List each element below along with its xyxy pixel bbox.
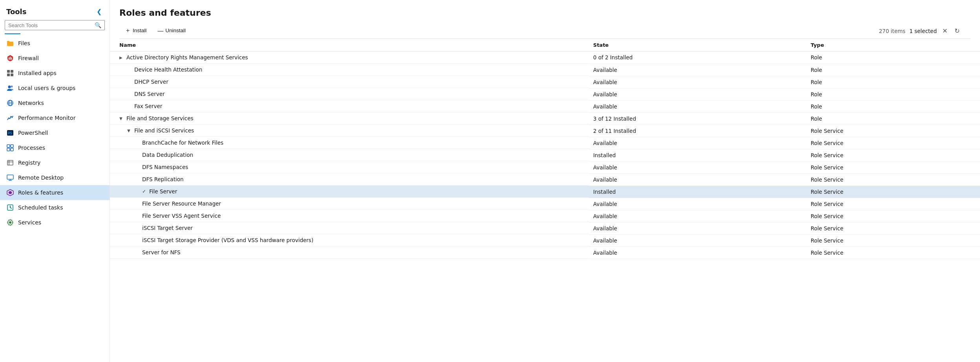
expand-icon[interactable]: ▶ [119, 55, 124, 60]
sidebar-item-label-firewall: Firewall [18, 55, 39, 61]
table-row[interactable]: DFS ReplicationAvailableRole Service [110, 173, 980, 186]
table-header: Name State Type [110, 39, 980, 51]
table-row[interactable]: BranchCache for Network FilesAvailableRo… [110, 137, 980, 149]
sidebar-item-registry[interactable]: Registry [0, 155, 110, 170]
table-row[interactable]: ▼File and Storage Services3 of 12 Instal… [110, 112, 980, 125]
table-row[interactable]: iSCSI Target ServerAvailableRole Service [110, 222, 980, 234]
table-row[interactable]: ▶Active Directory Rights Management Serv… [110, 51, 980, 64]
sidebar-accent [5, 33, 20, 34]
expand-icon[interactable]: ▼ [127, 129, 132, 133]
sidebar: Tools ❮ 🔍 FilesFirewallInstalled appsLoc… [0, 0, 110, 362]
cell-state: Available [589, 137, 806, 149]
cell-name: ✓File Server [110, 186, 589, 198]
sidebar-item-services[interactable]: Services [0, 215, 110, 230]
sidebar-item-networks[interactable]: Networks [0, 96, 110, 110]
cell-name: iSCSI Target Server [110, 222, 589, 234]
cell-name: DFS Namespaces [110, 161, 589, 173]
svg-rect-3 [9, 57, 9, 60]
collapse-button[interactable]: ❮ [95, 6, 103, 17]
name-text: iSCSI Target Storage Provider (VDS and V… [142, 237, 313, 243]
sidebar-item-powershell[interactable]: PSPowerShell [0, 125, 110, 140]
sidebar-item-processes[interactable]: Processes [0, 140, 110, 155]
table-row[interactable]: DFS NamespacesAvailableRole Service [110, 161, 980, 173]
cell-type: Role Service [806, 137, 980, 149]
sidebar-item-local-users[interactable]: Local users & groups [0, 81, 110, 96]
table-row[interactable]: Fax ServerAvailableRole [110, 100, 980, 112]
registry-icon [6, 159, 14, 167]
cell-type: Role [806, 112, 980, 125]
name-text: File and Storage Services [126, 115, 194, 121]
cell-type: Role Service [806, 198, 980, 210]
cell-state: 3 of 12 Installed [589, 112, 806, 125]
cell-state: Available [589, 76, 806, 88]
uninstall-button[interactable]: — Uninstall [152, 24, 191, 38]
cell-type: Role [806, 88, 980, 100]
roles-table: Name State Type ▶Active Directory Rights… [110, 39, 980, 259]
cell-type: Role Service [806, 161, 980, 173]
items-count: 270 items [879, 28, 906, 34]
cell-type: Role Service [806, 173, 980, 186]
svg-rect-5 [11, 57, 12, 60]
cell-name: DNS Server [110, 88, 589, 100]
sidebar-item-installed-apps[interactable]: Installed apps [0, 66, 110, 81]
expand-icon[interactable]: ▼ [119, 116, 124, 121]
sidebar-item-label-files: Files [18, 40, 30, 46]
col-name[interactable]: Name [110, 39, 589, 51]
name-text: Server for NFS [142, 249, 181, 255]
search-input[interactable] [8, 22, 95, 28]
name-text: Data Deduplication [142, 152, 193, 158]
table-row[interactable]: Data DeduplicationInstalledRole Service [110, 149, 980, 161]
table-row[interactable]: File Server Resource ManagerAvailableRol… [110, 198, 980, 210]
sidebar-item-firewall[interactable]: Firewall [0, 51, 110, 66]
sidebar-header: Tools ❮ [0, 0, 110, 20]
cell-name: File Server VSS Agent Service [110, 210, 589, 222]
cell-type: Role [806, 64, 980, 76]
main-header: Roles and features ＋ Install — Uninstall… [110, 0, 980, 39]
table-row[interactable]: DNS ServerAvailableRole [110, 88, 980, 100]
sidebar-item-files[interactable]: Files [0, 36, 110, 51]
install-button[interactable]: ＋ Install [119, 24, 152, 38]
sidebar-item-roles-features[interactable]: Roles & features [0, 185, 110, 200]
sidebar-item-label-remote-desktop: Remote Desktop [18, 175, 64, 181]
cell-name: DFS Replication [110, 173, 589, 186]
svg-rect-6 [7, 70, 10, 73]
name-text: DFS Namespaces [142, 164, 188, 170]
cell-name: iSCSI Target Storage Provider (VDS and V… [110, 234, 589, 246]
refresh-button[interactable]: ↻ [953, 26, 961, 35]
performance-monitor-icon [6, 114, 14, 122]
name-text: Active Directory Rights Management Servi… [126, 54, 248, 61]
table-body: ▶Active Directory Rights Management Serv… [110, 51, 980, 259]
cell-name: ▶Active Directory Rights Management Serv… [110, 51, 589, 64]
table-row[interactable]: ▼File and iSCSI Services2 of 11 Installe… [110, 125, 980, 137]
clear-selection-button[interactable]: ✕ [941, 26, 949, 35]
sidebar-item-scheduled-tasks[interactable]: Scheduled tasks [0, 200, 110, 215]
main-content: Roles and features ＋ Install — Uninstall… [110, 0, 980, 362]
table-row[interactable]: Server for NFSAvailableRole Service [110, 246, 980, 259]
sidebar-item-remote-desktop[interactable]: Remote Desktop [0, 170, 110, 185]
table-row[interactable]: Device Health AttestationAvailableRole [110, 64, 980, 76]
cell-state: Available [589, 161, 806, 173]
svg-text:PS: PS [8, 131, 12, 135]
svg-rect-24 [7, 175, 13, 179]
table-row[interactable]: iSCSI Target Storage Provider (VDS and V… [110, 234, 980, 246]
cell-name: Server for NFS [110, 246, 589, 259]
sidebar-item-label-installed-apps: Installed apps [18, 70, 57, 76]
svg-rect-18 [11, 145, 13, 147]
cell-state: Available [589, 64, 806, 76]
cell-state: 0 of 2 Installed [589, 51, 806, 64]
cell-state: Installed [589, 186, 806, 198]
processes-icon [6, 144, 14, 152]
table-row[interactable]: File Server VSS Agent ServiceAvailableRo… [110, 210, 980, 222]
table-row[interactable]: ✓File ServerInstalledRole Service [110, 186, 980, 198]
name-text: BranchCache for Network Files [142, 140, 223, 146]
name-text: DHCP Server [134, 79, 168, 85]
svg-rect-4 [10, 57, 11, 60]
col-type[interactable]: Type [806, 39, 980, 51]
col-state[interactable]: State [589, 39, 806, 51]
table-row[interactable]: DHCP ServerAvailableRole [110, 76, 980, 88]
sidebar-item-label-powershell: PowerShell [18, 130, 48, 136]
toolbar-right: 270 items 1 selected ✕ ↻ [879, 23, 971, 39]
sidebar-item-performance-monitor[interactable]: Performance Monitor [0, 110, 110, 125]
svg-line-29 [10, 208, 11, 208]
cell-name: DHCP Server [110, 76, 589, 88]
